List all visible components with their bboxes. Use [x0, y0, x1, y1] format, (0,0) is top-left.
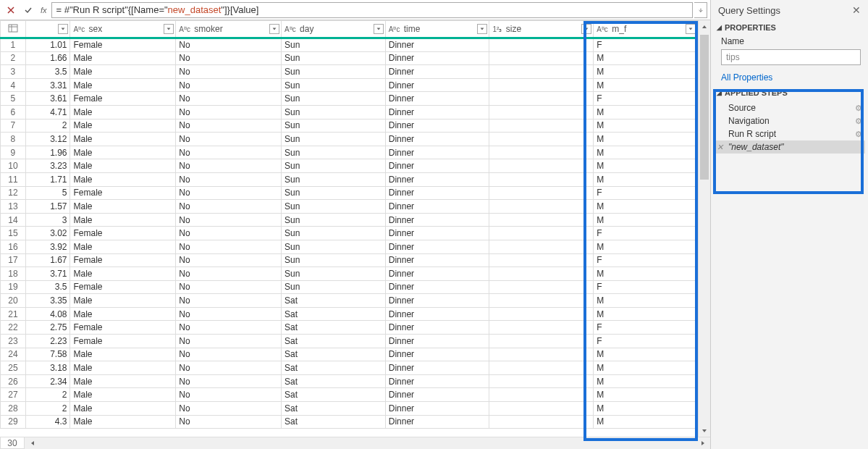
row-number[interactable]: 1 [1, 38, 26, 52]
cell-day[interactable]: Sun [282, 51, 386, 65]
cell-day[interactable]: Sun [282, 146, 386, 159]
cell-size[interactable] [489, 159, 594, 173]
cell-sex[interactable]: Male [70, 51, 176, 65]
gear-icon[interactable]: ⚙ [855, 130, 862, 139]
cell-sex[interactable]: Male [70, 361, 176, 375]
cell-smoker[interactable]: No [176, 105, 282, 119]
cell-tip[interactable]: 2 [25, 119, 70, 133]
row-number[interactable]: 14 [1, 213, 26, 227]
cell-time[interactable]: Dinner [385, 348, 489, 361]
cell-size[interactable] [489, 402, 594, 416]
cell-day[interactable]: Sun [282, 105, 386, 119]
cell-smoker[interactable]: No [176, 348, 282, 361]
cell-smoker[interactable]: No [176, 65, 282, 79]
cell-day[interactable]: Sun [282, 267, 386, 281]
cell-size[interactable] [489, 78, 594, 92]
cell-tip[interactable]: 2.75 [25, 321, 70, 335]
cell-mf[interactable]: M [594, 78, 698, 92]
col-header-sex[interactable]: Aᴮc sex [70, 21, 176, 38]
cell-size[interactable] [489, 388, 594, 402]
cell-mf[interactable]: M [594, 65, 698, 79]
cell-smoker[interactable]: No [176, 321, 282, 335]
cell-size[interactable] [489, 200, 594, 214]
cell-mf[interactable]: F [594, 253, 698, 267]
cell-tip[interactable]: 3.23 [25, 159, 70, 173]
cell-size[interactable] [489, 105, 594, 119]
horizontal-scrollbar[interactable] [25, 437, 710, 449]
close-panel-button[interactable]: ✕ [852, 4, 861, 16]
applied-steps-section-header[interactable]: ◢ APPLIED STEPS [711, 85, 868, 100]
cell-mf[interactable]: M [594, 213, 698, 227]
cell-tip[interactable]: 2 [25, 388, 70, 402]
cell-sex[interactable]: Male [70, 415, 176, 429]
cell-time[interactable]: Dinner [385, 146, 489, 159]
cell-size[interactable] [489, 253, 594, 267]
cell-mf[interactable]: F [594, 227, 698, 240]
cell-sex[interactable]: Male [70, 146, 176, 159]
formula-expand-button[interactable] [694, 2, 707, 18]
cell-smoker[interactable]: No [176, 172, 282, 186]
table-row[interactable]: 214.08MaleNoSatDinnerM [1, 307, 698, 321]
cell-size[interactable] [489, 374, 594, 388]
formula-input[interactable]: = #"Run R script"{[Name="new_dataset"]}[… [51, 2, 693, 18]
cell-smoker[interactable]: No [176, 361, 282, 375]
cell-smoker[interactable]: No [176, 119, 282, 133]
cell-size[interactable] [489, 307, 594, 321]
table-row[interactable]: 83.12MaleNoSunDinnerM [1, 133, 698, 146]
cell-smoker[interactable]: No [176, 294, 282, 308]
table-row[interactable]: 111.71MaleNoSunDinnerM [1, 172, 698, 186]
row-number[interactable]: 21 [1, 307, 26, 321]
cell-tip[interactable]: 2 [25, 402, 70, 416]
cell-day[interactable]: Sun [282, 200, 386, 214]
row-number[interactable]: 17 [1, 253, 26, 267]
table-row[interactable]: 193.5FemaleNoSunDinnerF [1, 280, 698, 294]
cell-smoker[interactable]: No [176, 159, 282, 173]
cell-time[interactable]: Dinner [385, 159, 489, 173]
cell-tip[interactable]: 3.61 [25, 92, 70, 106]
table-row[interactable]: 33.5MaleNoSunDinnerM [1, 65, 698, 79]
cell-day[interactable]: Sat [282, 335, 386, 348]
delete-step-icon[interactable]: ✕ [717, 143, 723, 152]
cell-day[interactable]: Sun [282, 38, 386, 52]
cell-mf[interactable]: M [594, 159, 698, 173]
cell-tip[interactable]: 3 [25, 213, 70, 227]
cell-day[interactable]: Sat [282, 307, 386, 321]
cell-size[interactable] [489, 335, 594, 348]
col-header-day[interactable]: Aᴮc day [282, 21, 386, 38]
cell-smoker[interactable]: No [176, 374, 282, 388]
cell-sex[interactable]: Female [70, 38, 176, 52]
table-row[interactable]: 203.35MaleNoSatDinnerM [1, 294, 698, 308]
row-number[interactable]: 26 [1, 374, 26, 388]
cell-smoker[interactable]: No [176, 307, 282, 321]
table-row[interactable]: 103.23MaleNoSunDinnerM [1, 159, 698, 173]
cell-size[interactable] [489, 38, 594, 52]
col-header-size[interactable]: 1²₃ size [489, 21, 594, 38]
row-number[interactable]: 11 [1, 172, 26, 186]
col-dropdown-tip[interactable] [58, 24, 68, 34]
cell-day[interactable]: Sun [282, 213, 386, 227]
row-number[interactable]: 7 [1, 119, 26, 133]
cell-tip[interactable]: 3.02 [25, 227, 70, 240]
row-number[interactable]: 9 [1, 146, 26, 159]
applied-step-item[interactable]: Source⚙ [714, 101, 865, 114]
cell-tip[interactable]: 3.71 [25, 267, 70, 281]
cell-tip[interactable]: 2.34 [25, 374, 70, 388]
cell-smoker[interactable]: No [176, 213, 282, 227]
cell-day[interactable]: Sun [282, 227, 386, 240]
cell-smoker[interactable]: No [176, 402, 282, 416]
table-row[interactable]: 282MaleNoSatDinnerM [1, 402, 698, 416]
cell-time[interactable]: Dinner [385, 213, 489, 227]
row-number[interactable]: 6 [1, 105, 26, 119]
cell-mf[interactable]: M [594, 402, 698, 416]
cell-smoker[interactable]: No [176, 240, 282, 253]
table-row[interactable]: 64.71MaleNoSunDinnerM [1, 105, 698, 119]
cell-time[interactable]: Dinner [385, 374, 489, 388]
cell-time[interactable]: Dinner [385, 253, 489, 267]
cell-sex[interactable]: Male [70, 374, 176, 388]
cell-size[interactable] [489, 92, 594, 106]
cell-mf[interactable]: M [594, 119, 698, 133]
cell-mf[interactable]: M [594, 348, 698, 361]
scroll-right-arrow[interactable] [696, 440, 709, 447]
cell-sex[interactable]: Female [70, 186, 176, 200]
cell-time[interactable]: Dinner [385, 172, 489, 186]
